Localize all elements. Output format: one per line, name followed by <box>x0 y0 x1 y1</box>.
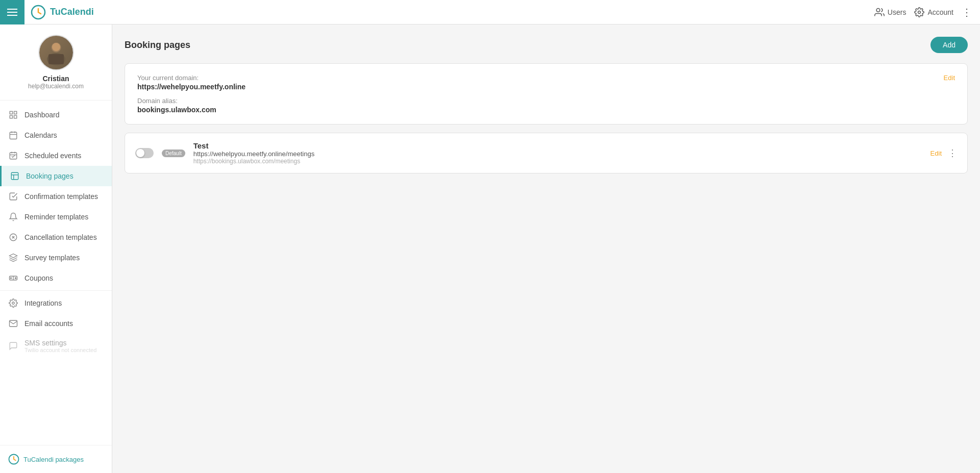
svg-rect-9 <box>14 111 17 114</box>
sidebar-nav: Dashboard Calendars <box>0 101 112 445</box>
booking-pages-label: Booking pages <box>26 172 74 180</box>
sidebar-item-sms-settings: SMS settings Twilio account not connecte… <box>0 334 112 358</box>
sidebar-item-confirmation-templates[interactable]: Confirmation templates <box>0 186 112 207</box>
sidebar-bottom: TuCalendi packages <box>0 445 112 473</box>
domain-alias-value: bookings.ulawbox.com <box>137 106 246 114</box>
users-icon <box>874 7 885 17</box>
booking-alias-url: https://bookings.ulawbox.com/meetings <box>193 158 922 165</box>
svg-point-2 <box>918 11 921 13</box>
user-email: help@tucalendi.com <box>28 83 84 90</box>
cancellation-templates-label: Cancellation templates <box>24 233 97 241</box>
chat-icon <box>8 341 18 351</box>
calendars-label: Calendars <box>24 131 57 139</box>
default-badge: Default <box>162 150 185 157</box>
svg-point-1 <box>876 8 880 12</box>
settings-icon <box>8 298 18 308</box>
more-options-button[interactable]: ⋮ <box>962 6 972 18</box>
calendar-icon <box>8 130 18 140</box>
main-content: Booking pages Add Your current domain: h… <box>112 24 980 473</box>
sidebar-item-integrations[interactable]: Integrations <box>0 293 112 313</box>
avatar-image <box>43 40 69 65</box>
sidebar: Cristian help@tucalendi.com Dashboard <box>0 24 112 473</box>
integrations-label: Integrations <box>24 299 62 307</box>
svg-marker-26 <box>10 254 17 258</box>
svg-rect-7 <box>48 54 64 64</box>
menu-button[interactable] <box>0 0 24 24</box>
packages-logo-icon <box>8 454 19 465</box>
survey-templates-label: Survey templates <box>24 254 80 262</box>
packages-link[interactable]: TuCalendi packages <box>8 454 104 465</box>
current-domain-label: Your current domain: <box>137 74 246 82</box>
layers-icon <box>8 253 18 263</box>
svg-rect-10 <box>10 116 12 118</box>
sms-settings-sub: Twilio account not connected <box>24 347 96 353</box>
svg-point-30 <box>15 278 16 279</box>
sidebar-item-coupons[interactable]: Coupons <box>0 268 112 288</box>
x-circle-icon <box>8 232 18 242</box>
check-icon <box>8 191 18 202</box>
coupon-icon <box>8 273 18 283</box>
email-accounts-label: Email accounts <box>24 319 73 328</box>
confirmation-templates-label: Confirmation templates <box>24 192 98 201</box>
svg-rect-11 <box>14 116 17 118</box>
sidebar-item-calendars[interactable]: Calendars <box>0 125 112 145</box>
avatar <box>38 35 74 70</box>
svg-rect-12 <box>10 132 17 139</box>
scheduled-events-label: Scheduled events <box>24 152 81 160</box>
svg-point-31 <box>12 302 15 305</box>
reminder-templates-label: Reminder templates <box>24 213 88 221</box>
domain-edit-button[interactable]: Edit <box>944 74 955 82</box>
svg-point-29 <box>10 278 11 279</box>
book-icon <box>10 171 20 181</box>
page-title: Booking pages <box>125 40 190 51</box>
packages-label: TuCalendi packages <box>23 456 84 463</box>
booking-edit-button[interactable]: Edit <box>930 150 942 157</box>
add-button[interactable]: Add <box>930 37 968 53</box>
sidebar-item-email-accounts[interactable]: Email accounts <box>0 313 112 334</box>
mail-icon <box>8 318 18 329</box>
users-label: Users <box>888 8 906 16</box>
booking-info: Test https://wehelpyou.meetfy.online/mee… <box>193 141 922 165</box>
logo-text: TuCalendi <box>50 7 94 17</box>
booking-url: https://wehelpyou.meetfy.online/meetings <box>193 150 922 158</box>
current-domain-value: https://wehelpyou.meetfy.online <box>137 83 246 91</box>
logo-icon <box>31 5 46 20</box>
svg-point-6 <box>52 43 60 51</box>
svg-rect-16 <box>10 153 17 159</box>
booking-title: Test <box>193 141 922 150</box>
topbar: TuCalendi Users Account ⋮ <box>0 0 980 24</box>
sidebar-item-cancellation-templates[interactable]: Cancellation templates <box>0 227 112 247</box>
sidebar-item-booking-pages[interactable]: Booking pages <box>0 166 112 186</box>
booking-actions: Edit ⋮ <box>930 147 957 159</box>
topbar-right: Users Account ⋮ <box>874 6 980 18</box>
user-section: Cristian help@tucalendi.com <box>0 24 112 101</box>
account-label: Account <box>927 8 953 16</box>
account-gear-icon <box>914 7 924 17</box>
domain-card: Your current domain: https://wehelpyou.m… <box>125 63 968 125</box>
coupons-label: Coupons <box>24 274 53 282</box>
sidebar-item-dashboard[interactable]: Dashboard <box>0 105 112 125</box>
sidebar-item-survey-templates[interactable]: Survey templates <box>0 247 112 268</box>
user-name: Cristian <box>42 74 69 83</box>
sms-settings-label: SMS settings <box>24 339 96 347</box>
hamburger-icon <box>7 9 17 16</box>
clock-icon <box>8 151 18 161</box>
dashboard-label: Dashboard <box>24 111 60 119</box>
sidebar-item-scheduled-events[interactable]: Scheduled events <box>0 145 112 166</box>
svg-rect-8 <box>10 111 12 114</box>
svg-rect-20 <box>11 172 18 180</box>
account-button[interactable]: Account <box>914 7 953 17</box>
logo-area: TuCalendi <box>24 5 100 20</box>
domain-alias-label: Domain alias: <box>137 97 246 105</box>
booking-more-button[interactable]: ⋮ <box>948 147 957 159</box>
booking-entry-card: Default Test https://wehelpyou.meetfy.on… <box>125 133 968 173</box>
grid-icon <box>8 110 18 120</box>
booking-toggle[interactable] <box>135 148 154 158</box>
page-header: Booking pages Add <box>125 37 968 53</box>
sidebar-item-reminder-templates[interactable]: Reminder templates <box>0 207 112 227</box>
bell-icon <box>8 212 18 222</box>
users-button[interactable]: Users <box>874 7 906 17</box>
